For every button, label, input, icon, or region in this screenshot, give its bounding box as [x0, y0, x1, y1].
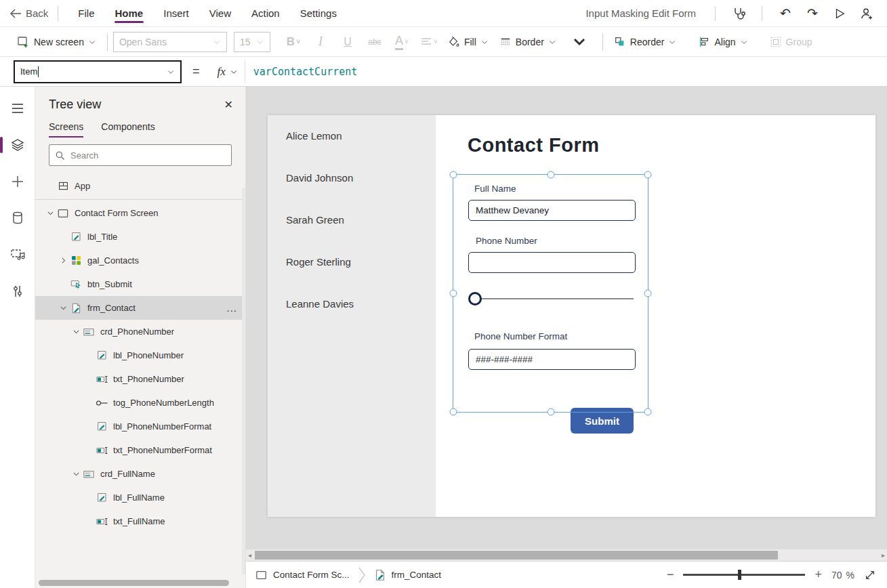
tree-item-crd_phonenumber[interactable]: crd_PhoneNumber	[35, 320, 245, 343]
tab-components[interactable]: Components	[101, 121, 154, 138]
menu-item-settings[interactable]: Settings	[290, 0, 347, 26]
tree-item-gal_contacts[interactable]: gal_Contacts	[35, 249, 245, 272]
reorder-button[interactable]: Reorder	[608, 31, 682, 53]
font-color-button[interactable]: A˅	[388, 31, 415, 53]
chevron-down-icon[interactable]	[70, 469, 81, 478]
gallery-item[interactable]: Sarah Green	[268, 214, 436, 256]
tree-item-crd_fullname[interactable]: crd_FullName	[35, 462, 245, 486]
menu-item-view[interactable]: View	[199, 0, 241, 26]
fill-button[interactable]: Fill	[442, 31, 494, 53]
redo-icon[interactable]: ↷	[799, 3, 826, 24]
tree-item-lbl_title[interactable]: lbl_Title	[35, 225, 245, 249]
search-input[interactable]	[70, 150, 226, 161]
gallery-item[interactable]: Leanne Davies	[268, 298, 436, 340]
close-icon[interactable]: ✕	[224, 98, 233, 111]
breadcrumb-screen[interactable]: Contact Form Sc...	[255, 570, 350, 581]
gallery-icon	[68, 255, 83, 266]
fx-label: fx	[218, 65, 226, 79]
tree-item-frm_contact[interactable]: frm_Contact...	[35, 296, 245, 320]
contacts-gallery: Alice LemonDavid JohnsonSarah GreenRoger…	[268, 115, 436, 517]
scroll-right-arrow-icon[interactable]: ▸	[882, 551, 885, 559]
toggle-slider-knob[interactable]	[468, 292, 482, 306]
zoom-slider[interactable]	[683, 574, 805, 576]
resize-handle-mid-left[interactable]	[450, 290, 457, 297]
phone-number-input[interactable]	[468, 252, 636, 273]
resize-handle-bottom-mid[interactable]	[547, 408, 554, 416]
zoom-slider-thumb[interactable]	[738, 570, 741, 580]
font-family-select[interactable]: Open Sans	[113, 32, 227, 52]
tree-item-txt_phonenumber[interactable]: txt_PhoneNumber	[35, 367, 245, 391]
resize-handle-mid-right[interactable]	[644, 290, 652, 297]
tree-item-lbl_phonenumber[interactable]: lbl_PhoneNumber	[35, 343, 245, 367]
tree-search-box[interactable]	[49, 144, 232, 166]
app-screen[interactable]: Alice LemonDavid JohnsonSarah GreenRoger…	[268, 115, 875, 517]
menu-item-home[interactable]: Home	[105, 0, 154, 26]
resize-handle-top-left[interactable]	[450, 171, 457, 179]
more-formatting-button[interactable]	[566, 31, 593, 53]
more-options-icon[interactable]: ...	[226, 302, 237, 314]
bold-button[interactable]: B˅	[280, 31, 307, 53]
italic-button[interactable]: I	[307, 31, 334, 53]
back-button[interactable]: Back	[9, 7, 48, 19]
undo-icon[interactable]: ↶	[772, 3, 799, 24]
chevron-down-icon[interactable]	[58, 303, 68, 312]
tree-item-app[interactable]: App	[35, 174, 245, 198]
align-button[interactable]: Align	[693, 31, 753, 53]
menu-item-action[interactable]: Action	[241, 0, 290, 26]
new-screen-button[interactable]: New screen	[11, 31, 102, 53]
media-icon[interactable]	[4, 241, 31, 268]
chevron-right-icon[interactable]	[58, 256, 68, 265]
hamburger-menu-icon[interactable]	[4, 95, 31, 122]
chevron-down-icon[interactable]	[70, 327, 81, 336]
gallery-item[interactable]: Roger Sterling	[268, 256, 436, 298]
strikethrough-button[interactable]: abc	[361, 31, 388, 53]
resize-handle-top-right[interactable]	[644, 171, 652, 179]
tree-item-txt_fullname[interactable]: txt_FullName	[35, 509, 245, 533]
resize-handle-bottom-left[interactable]	[450, 408, 457, 416]
tab-screens[interactable]: Screens	[49, 121, 83, 138]
chevron-down-icon[interactable]	[45, 209, 56, 217]
tree-item-contact form screen[interactable]: Contact Form Screen	[35, 201, 245, 225]
border-label: Border	[516, 37, 544, 47]
group-button[interactable]: Group	[764, 31, 818, 53]
insert-plus-icon[interactable]	[4, 168, 31, 195]
full-name-input[interactable]: Matthew Devaney	[468, 200, 636, 221]
submit-button[interactable]: Submit	[571, 408, 634, 434]
zoom-in-button[interactable]: +	[814, 568, 822, 582]
resize-handle-bottom-right[interactable]	[644, 408, 652, 416]
phone-format-input[interactable]: ###-###-####	[468, 349, 636, 370]
property-select[interactable]: Item	[14, 60, 182, 83]
menu-item-file[interactable]: File	[68, 0, 104, 26]
scroll-left-arrow-icon[interactable]: ◂	[248, 551, 251, 559]
preview-play-icon[interactable]	[826, 3, 853, 24]
tree-item-lbl_fullname[interactable]: lbl_FullName	[35, 486, 245, 509]
tree-item-lbl_phonenumberformat[interactable]: lbl_PhoneNumberFormat	[35, 415, 245, 438]
font-size-select[interactable]: 15	[234, 32, 270, 52]
gallery-item[interactable]: David Johnson	[268, 172, 436, 214]
tree-view-rail-icon[interactable]	[4, 131, 31, 159]
tree-vertical-scrollbar[interactable]	[242, 188, 245, 574]
data-sources-icon[interactable]	[4, 205, 31, 232]
menu-item-insert[interactable]: Insert	[153, 0, 199, 26]
fit-to-window-icon[interactable]	[864, 569, 876, 581]
toggle-slider-track[interactable]	[482, 298, 634, 299]
tree-item-btn_submit[interactable]: btn_Submit	[35, 272, 245, 296]
tree-item-txt_phonenumberformat[interactable]: txt_PhoneNumberFormat	[35, 438, 245, 462]
breadcrumb-control[interactable]: frm_Contact	[374, 569, 442, 581]
advanced-tools-icon[interactable]	[4, 278, 31, 305]
gallery-item[interactable]: Alice Lemon	[268, 130, 436, 172]
formula-input[interactable]: varContactCurrent	[253, 66, 358, 78]
zoom-out-button[interactable]: −	[667, 568, 674, 582]
scrollbar-thumb[interactable]	[255, 551, 778, 560]
text-align-button[interactable]: ˅	[415, 31, 442, 53]
resize-handle-top-mid[interactable]	[547, 171, 554, 179]
underline-button[interactable]: U	[334, 31, 361, 53]
tree-horizontal-scrollbar[interactable]	[39, 580, 229, 586]
border-button[interactable]: Border	[494, 31, 562, 53]
canvas-horizontal-scrollbar[interactable]: ◂ ▸	[246, 549, 887, 561]
fx-dropdown[interactable]: fx	[211, 60, 245, 83]
tree-item-tog_phonenumberlength[interactable]: tog_PhoneNumberLength	[35, 391, 245, 415]
share-user-icon[interactable]	[853, 3, 880, 24]
app-checker-icon[interactable]	[725, 3, 752, 24]
header-divider	[715, 6, 716, 21]
